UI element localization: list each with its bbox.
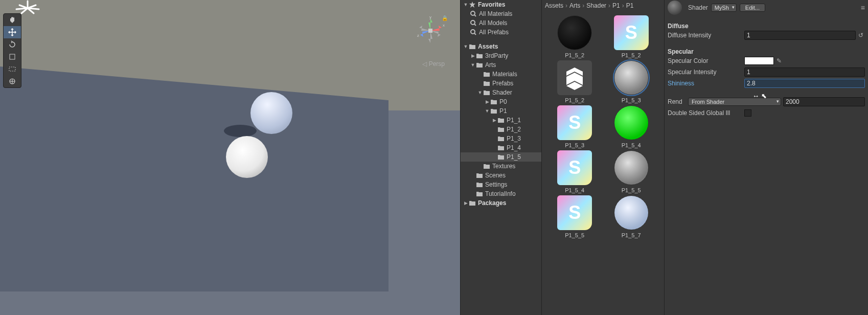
scene-viewport[interactable]: y x z 🔒 ◁ Persp xyxy=(0,0,460,315)
folder-p1[interactable]: ▼P1 xyxy=(461,106,541,116)
breadcrumb: Assets› Arts› Shader› P1› P1 xyxy=(542,0,664,11)
svg-text:x: x xyxy=(443,23,445,28)
folder-settings[interactable]: Settings xyxy=(461,180,541,189)
asset-label: P1_5_2 xyxy=(565,97,584,103)
asset-thumbnail xyxy=(557,105,592,140)
folder-p1-5[interactable]: P1_5 xyxy=(461,152,541,162)
svg-text:z: z xyxy=(417,33,419,38)
orientation-gizmo[interactable]: y x z xyxy=(415,15,446,48)
hand-tool[interactable] xyxy=(4,14,21,26)
favorites-all-models[interactable]: All Models xyxy=(461,18,541,28)
projection-label[interactable]: ◁ Persp xyxy=(422,60,445,68)
render-queue-dropdown[interactable]: From Shader xyxy=(688,98,781,106)
render-queue-input[interactable] xyxy=(783,97,865,106)
folder-3rdparty[interactable]: ▶3rdParty xyxy=(461,51,541,60)
component-menu-icon[interactable]: ≡ xyxy=(861,4,865,12)
folder-arts[interactable]: ▼Arts xyxy=(461,60,541,70)
folder-p1-3[interactable]: P1_3 xyxy=(461,134,541,143)
svg-line-28 xyxy=(474,24,476,26)
diffuse-intensity-label[interactable]: Diffuse Intensity xyxy=(668,32,744,39)
folder-p0[interactable]: ▶P0 xyxy=(461,97,541,106)
asset-label: P1_5_7 xyxy=(622,232,641,238)
svg-line-5 xyxy=(16,8,28,9)
asset-label: P1_5_3 xyxy=(622,97,641,103)
svg-rect-10 xyxy=(9,67,15,71)
svg-rect-9 xyxy=(10,54,15,59)
favorites-all-materials[interactable]: All Materials xyxy=(461,9,541,18)
eyedropper-icon[interactable]: ✎ xyxy=(775,57,783,65)
shader-field-label: Shader xyxy=(688,4,708,11)
specular-intensity-input[interactable] xyxy=(744,68,865,77)
asset-label: P1_5_2 xyxy=(622,52,641,58)
shininess-label[interactable]: Shininess xyxy=(668,80,744,87)
svg-text:y: y xyxy=(429,15,431,19)
specular-color-label[interactable]: Specular Color xyxy=(668,57,744,64)
breadcrumb-item[interactable]: P1 xyxy=(626,2,634,9)
asset-item[interactable]: P1_5_5 xyxy=(606,150,657,193)
svg-marker-24 xyxy=(469,2,475,8)
asset-item[interactable]: P1_5_5 xyxy=(549,195,601,238)
asset-thumbnail xyxy=(614,105,649,140)
asset-item[interactable]: P1_5_2 xyxy=(549,60,601,103)
asset-item[interactable]: P1_5_4 xyxy=(549,150,601,193)
double-sided-label: Double Sided Global Ill xyxy=(668,109,744,117)
shader-dropdown[interactable]: MySh xyxy=(711,4,737,12)
sphere-object-1[interactable] xyxy=(250,92,292,134)
folder-p1-2[interactable]: P1_2 xyxy=(461,125,541,134)
transform-tool-column xyxy=(3,13,21,88)
asset-label: P1_5_5 xyxy=(565,232,584,238)
inspector-panel: Shader MySh Edit... ≡ Diffuse Diffuse In… xyxy=(665,0,868,315)
asset-item[interactable]: P1_5_2 xyxy=(606,15,657,58)
rotate-tool[interactable] xyxy=(4,38,21,51)
breadcrumb-item[interactable]: P1 xyxy=(612,2,620,9)
folder-materials[interactable]: Materials xyxy=(461,70,541,79)
sphere-object-2[interactable] xyxy=(226,136,268,178)
specular-intensity-label[interactable]: Specular Intensity xyxy=(668,69,744,76)
packages-root[interactable]: ▶Packages xyxy=(461,198,541,208)
scale-tool[interactable] xyxy=(4,51,21,63)
asset-thumbnail xyxy=(557,195,592,230)
favorites-header[interactable]: ▼ Favorites xyxy=(461,0,541,9)
folder-textures[interactable]: Textures xyxy=(461,162,541,171)
folder-p1-1[interactable]: ▶P1_1 xyxy=(461,116,541,125)
favorites-all-prefabs[interactable]: All Prefabs xyxy=(461,28,541,37)
asset-item[interactable]: P1_5_2 xyxy=(549,15,601,58)
rect-tool[interactable] xyxy=(4,63,21,75)
folder-shader[interactable]: ▼Shader xyxy=(461,88,541,97)
move-tool[interactable] xyxy=(4,26,21,38)
edit-shader-button[interactable]: Edit... xyxy=(740,4,765,12)
diffuse-intensity-input[interactable] xyxy=(744,31,856,40)
ground-plane xyxy=(0,66,389,291)
folder-prefabs[interactable]: Prefabs xyxy=(461,79,541,88)
asset-item[interactable]: P1_5_7 xyxy=(606,195,657,238)
svg-point-29 xyxy=(471,30,475,34)
asset-item[interactable]: P1_5_3 xyxy=(549,105,601,148)
transform-tool[interactable] xyxy=(4,75,21,87)
asset-item[interactable]: P1_5_3 xyxy=(606,60,657,103)
breadcrumb-item[interactable]: Arts xyxy=(569,2,580,9)
svg-line-6 xyxy=(28,8,39,9)
breadcrumb-item[interactable]: Shader xyxy=(586,2,606,9)
breadcrumb-item[interactable]: Assets xyxy=(545,2,563,9)
asset-thumbnail xyxy=(614,150,649,185)
specular-color-swatch[interactable] xyxy=(744,57,774,65)
project-tree-panel: ▼ Favorites All Materials All Models All… xyxy=(460,0,542,315)
asset-thumbnail xyxy=(557,15,592,50)
asset-label: P1_5_4 xyxy=(622,142,641,148)
asset-label: P1_5_4 xyxy=(565,187,584,193)
folder-scenes[interactable]: Scenes xyxy=(461,171,541,180)
reset-icon[interactable]: ↺ xyxy=(857,31,865,39)
svg-line-30 xyxy=(474,33,476,35)
asset-item[interactable]: P1_5_4 xyxy=(606,105,657,148)
assets-root[interactable]: ▼Assets xyxy=(461,42,541,51)
asset-label: P1_5_3 xyxy=(565,142,584,148)
folder-p1-4[interactable]: P1_4 xyxy=(461,143,541,152)
diffuse-section-header: Diffuse xyxy=(668,22,865,30)
gizmo-lock-icon[interactable]: 🔒 xyxy=(442,15,448,21)
specular-section-header: Specular xyxy=(668,48,865,55)
folder-tutorialinfo[interactable]: TutorialInfo xyxy=(461,189,541,198)
material-preview-icon xyxy=(668,1,682,15)
double-sided-checkbox[interactable] xyxy=(744,109,751,117)
shininess-input[interactable] xyxy=(744,79,865,88)
asset-label: P1_5_2 xyxy=(565,52,584,58)
